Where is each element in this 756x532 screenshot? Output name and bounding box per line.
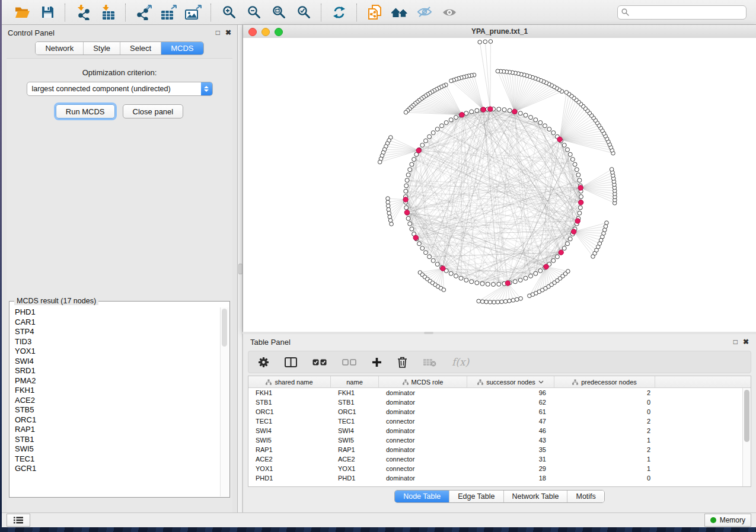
- cell[interactable]: 18: [467, 475, 554, 482]
- mcds-selected-node[interactable]: [505, 281, 510, 286]
- mcds-selected-node[interactable]: [488, 107, 493, 111]
- cell[interactable]: 2: [554, 427, 655, 434]
- close-table-panel-icon[interactable]: ✖: [743, 338, 749, 345]
- cell[interactable]: dominator: [379, 427, 467, 434]
- mcds-result-list[interactable]: PHD1CAR1STP4TID3YOX1SWI4SRD1PMA2FKH1ACE2…: [10, 307, 221, 496]
- column-header-successor-nodes[interactable]: successor nodes: [467, 376, 554, 387]
- table-row[interactable]: STB1STB1dominator620: [248, 398, 742, 407]
- network-canvas[interactable]: [243, 38, 756, 332]
- cell[interactable]: PHD1: [331, 475, 379, 482]
- tab-mcds[interactable]: MCDS: [161, 42, 203, 55]
- hide-selected-button[interactable]: [414, 3, 435, 22]
- cell[interactable]: YOX1: [331, 465, 379, 472]
- column-header-name[interactable]: name: [331, 376, 379, 387]
- mcds-result-item[interactable]: SWI4: [10, 357, 221, 367]
- close-panel-icon[interactable]: ✖: [225, 29, 231, 36]
- mcds-selected-node[interactable]: [512, 109, 517, 114]
- mcds-result-item[interactable]: FKH1: [10, 386, 221, 396]
- cell[interactable]: 43: [467, 437, 554, 444]
- cell[interactable]: 2: [554, 418, 655, 425]
- mcds-result-item[interactable]: RAP1: [10, 425, 221, 435]
- cell[interactable]: connector: [379, 418, 467, 425]
- vertical-splitter[interactable]: [238, 25, 243, 513]
- cell[interactable]: 0: [554, 408, 655, 415]
- mcds-result-item[interactable]: GCR1: [10, 464, 221, 474]
- mcds-selected-node[interactable]: [403, 197, 408, 202]
- cell[interactable]: dominator: [379, 408, 467, 415]
- mcds-result-item[interactable]: SWI5: [10, 444, 221, 454]
- network-window-titlebar[interactable]: YPA_prune.txt_1: [243, 25, 756, 39]
- table-row[interactable]: ORC1ORC1dominator610: [248, 407, 742, 416]
- tab-node-table[interactable]: Node Table: [395, 491, 449, 502]
- cell[interactable]: ACE2: [248, 456, 331, 463]
- gear-button[interactable]: [258, 357, 269, 368]
- mcds-result-item[interactable]: CAR1: [10, 318, 221, 328]
- table-row[interactable]: FKH1FKH1dominator962: [248, 388, 742, 398]
- export-table-button[interactable]: [158, 3, 178, 22]
- mcds-result-item[interactable]: ACE2: [10, 396, 221, 406]
- cell[interactable]: connector: [379, 465, 467, 472]
- cell[interactable]: 2: [554, 446, 655, 453]
- cell[interactable]: connector: [379, 437, 467, 444]
- cell[interactable]: FKH1: [331, 389, 379, 396]
- mcds-selected-node[interactable]: [416, 148, 421, 153]
- table-row[interactable]: RAP1RAP1dominator352: [248, 445, 742, 454]
- cell[interactable]: 0: [554, 399, 655, 406]
- cell[interactable]: dominator: [379, 399, 467, 406]
- close-window-icon[interactable]: [248, 28, 257, 36]
- mcds-selected-node[interactable]: [441, 266, 445, 271]
- refresh-layout-button[interactable]: [329, 3, 349, 22]
- cell[interactable]: SWI4: [248, 427, 331, 434]
- import-network-button[interactable]: [73, 3, 93, 22]
- zoom-fit-button[interactable]: [269, 3, 289, 22]
- mcds-selected-node[interactable]: [579, 200, 583, 205]
- cell[interactable]: 2: [554, 389, 655, 396]
- cell[interactable]: 46: [467, 427, 554, 434]
- mcds-selected-node[interactable]: [557, 137, 562, 142]
- cell[interactable]: 0: [554, 475, 655, 482]
- cell[interactable]: dominator: [379, 446, 467, 453]
- export-network-button[interactable]: [133, 3, 154, 22]
- float-table-panel-icon[interactable]: □: [733, 338, 738, 345]
- cell[interactable]: ORC1: [331, 408, 379, 415]
- cell[interactable]: RAP1: [248, 446, 331, 453]
- add-column-button[interactable]: [372, 357, 382, 367]
- zoom-out-button[interactable]: [244, 3, 264, 22]
- cell[interactable]: 1: [554, 465, 655, 472]
- mcds-scrollbar-thumb[interactable]: [222, 309, 227, 347]
- cell[interactable]: 96: [467, 389, 554, 396]
- column-header-predecessor-nodes[interactable]: predecessor nodes: [554, 376, 655, 387]
- tab-network[interactable]: Network: [36, 42, 84, 55]
- column-header-mcds-role[interactable]: MCDS role: [379, 376, 467, 387]
- cell[interactable]: 29: [467, 465, 554, 472]
- save-button[interactable]: [37, 3, 58, 22]
- cell[interactable]: ACE2: [331, 456, 379, 463]
- cell[interactable]: TEC1: [248, 418, 331, 425]
- mcds-selected-node[interactable]: [544, 264, 548, 269]
- mcds-result-item[interactable]: STB1: [10, 435, 221, 445]
- cell[interactable]: connector: [379, 456, 467, 463]
- close-panel-button[interactable]: Close panel: [123, 104, 184, 118]
- table-row[interactable]: SWI4SWI4dominator462: [248, 426, 742, 435]
- cell[interactable]: 62: [467, 399, 554, 406]
- cell[interactable]: 35: [467, 446, 554, 453]
- cell[interactable]: PHD1: [248, 475, 331, 482]
- mcds-selected-node[interactable]: [559, 250, 563, 255]
- table-row[interactable]: SWI5SWI5connector431: [248, 435, 742, 445]
- export-image-button[interactable]: [183, 3, 203, 22]
- cell[interactable]: 1: [554, 437, 655, 444]
- network-graph[interactable]: [243, 38, 756, 332]
- tab-edge-table[interactable]: Edge Table: [449, 491, 503, 502]
- open-folder-button[interactable]: [12, 3, 33, 22]
- mcds-selected-node[interactable]: [413, 235, 418, 240]
- cell[interactable]: 31: [467, 456, 554, 463]
- cell[interactable]: STB1: [331, 399, 379, 406]
- search-input[interactable]: [617, 5, 747, 20]
- deselect-all-button[interactable]: [342, 359, 356, 366]
- cell[interactable]: RAP1: [331, 446, 379, 453]
- tab-network-table[interactable]: Network Table: [504, 491, 568, 502]
- column-header-shared-name[interactable]: shared name: [248, 376, 331, 387]
- mcds-result-item[interactable]: SRD1: [10, 366, 221, 376]
- table-scrollbar[interactable]: [742, 388, 751, 486]
- memory-button[interactable]: Memory: [704, 514, 751, 527]
